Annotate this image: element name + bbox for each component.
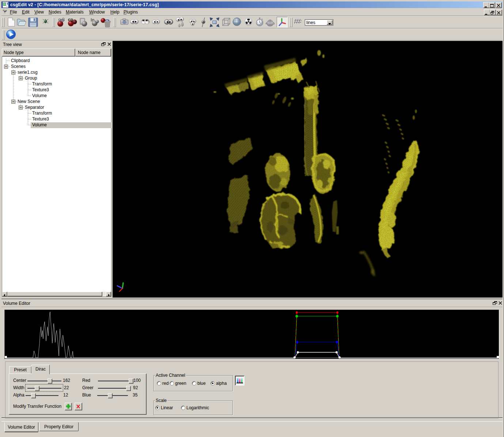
svg-text:cp: cp (68, 18, 73, 22)
